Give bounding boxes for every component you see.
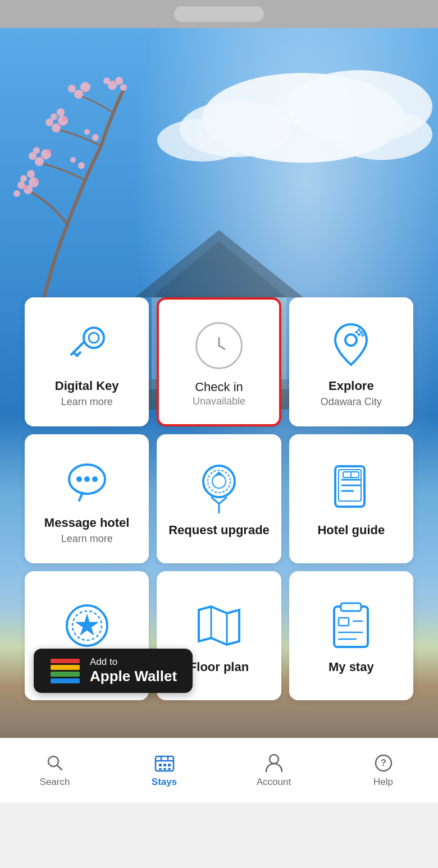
- request-upgrade-tile[interactable]: Request upgrade: [157, 434, 281, 563]
- svg-point-33: [40, 155, 44, 159]
- stays-label: Stays: [152, 777, 177, 788]
- digital-key-subtitle: Learn more: [61, 396, 113, 408]
- hero-section: Digital Key Learn more Check in Unavaila…: [0, 28, 438, 802]
- svg-point-54: [92, 476, 98, 482]
- benefits-icon: [62, 600, 112, 651]
- svg-point-28: [84, 129, 90, 135]
- svg-point-7: [29, 177, 39, 187]
- svg-point-26: [120, 84, 127, 91]
- svg-point-10: [13, 190, 20, 197]
- svg-point-50: [345, 334, 357, 346]
- svg-rect-86: [168, 764, 171, 766]
- help-label: Help: [373, 777, 393, 788]
- explore-subtitle: Odawara City: [321, 396, 382, 408]
- svg-rect-87: [159, 768, 162, 770]
- svg-point-29: [70, 157, 76, 163]
- svg-point-14: [33, 147, 40, 154]
- svg-point-90: [270, 755, 279, 764]
- message-hotel-icon: [62, 456, 112, 507]
- svg-point-9: [27, 170, 35, 178]
- explore-title: Explore: [328, 379, 374, 393]
- svg-rect-74: [339, 618, 349, 626]
- nav-stays[interactable]: Stays: [110, 753, 219, 788]
- bottom-navigation: Search: [0, 738, 438, 802]
- svg-rect-85: [163, 764, 166, 766]
- svg-rect-89: [168, 768, 171, 770]
- nav-help[interactable]: ? Help: [328, 753, 438, 788]
- digital-key-tile[interactable]: Digital Key Learn more: [25, 297, 149, 426]
- svg-marker-69: [76, 614, 98, 635]
- svg-point-32: [35, 179, 39, 182]
- svg-line-47: [77, 352, 80, 356]
- apple-wallet-button[interactable]: Add to Apple Wallet: [34, 649, 193, 693]
- svg-rect-84: [159, 764, 162, 766]
- svg-text:?: ?: [381, 758, 386, 768]
- account-icon: [264, 753, 284, 773]
- search-icon: [45, 753, 65, 773]
- svg-point-27: [92, 134, 99, 141]
- clouds-decoration: [146, 50, 438, 208]
- svg-point-34: [47, 149, 51, 154]
- svg-point-53: [84, 476, 90, 482]
- wallet-add-to-label: Add to: [90, 656, 177, 668]
- hotel-guide-icon: [326, 463, 376, 514]
- account-label: Account: [257, 777, 291, 788]
- svg-point-35: [57, 123, 61, 126]
- check-in-tile[interactable]: Check in Unavailable: [157, 297, 281, 426]
- status-pill: [174, 6, 264, 22]
- feature-grid: Digital Key Learn more Check in Unavaila…: [17, 297, 421, 700]
- wallet-apple-wallet-label: Apple Wallet: [90, 668, 177, 685]
- explore-icon: [326, 319, 376, 370]
- svg-point-8: [20, 175, 27, 182]
- status-bar: [0, 0, 438, 28]
- nav-search[interactable]: Search: [0, 753, 110, 788]
- my-stay-tile[interactable]: My stay: [289, 571, 413, 700]
- request-upgrade-title: Request upgrade: [168, 523, 270, 538]
- svg-point-25: [103, 77, 110, 84]
- floor-plan-title: Floor plan: [189, 660, 249, 674]
- svg-point-21: [68, 85, 76, 93]
- hotel-guide-tile[interactable]: Hotel guide: [289, 434, 413, 563]
- check-in-subtitle: Unavailable: [193, 396, 245, 407]
- svg-point-43: [84, 328, 104, 348]
- svg-line-49: [219, 346, 225, 349]
- svg-point-30: [78, 162, 85, 169]
- wallet-text: Add to Apple Wallet: [90, 656, 177, 685]
- svg-point-37: [81, 89, 85, 93]
- help-icon: ?: [373, 753, 394, 773]
- message-hotel-tile[interactable]: Message hotel Learn more: [25, 434, 149, 563]
- digital-key-icon: [62, 319, 112, 370]
- search-label: Search: [40, 777, 70, 788]
- my-stay-title: My stay: [328, 660, 374, 674]
- nav-account[interactable]: Account: [219, 753, 328, 788]
- wallet-icon: [49, 659, 81, 683]
- svg-point-31: [23, 186, 28, 190]
- svg-rect-88: [163, 768, 166, 770]
- svg-line-79: [57, 765, 62, 770]
- svg-point-57: [212, 475, 226, 488]
- svg-point-18: [51, 113, 57, 120]
- svg-point-52: [76, 476, 82, 482]
- my-stay-icon: [326, 600, 376, 651]
- svg-point-4: [157, 119, 247, 162]
- message-hotel-subtitle: Learn more: [61, 533, 113, 545]
- hotel-guide-title: Hotel guide: [317, 523, 385, 538]
- svg-point-44: [89, 333, 99, 343]
- digital-key-title: Digital Key: [55, 379, 119, 393]
- svg-point-38: [113, 80, 117, 84]
- explore-tile[interactable]: Explore Odawara City: [289, 297, 413, 426]
- svg-rect-73: [341, 603, 361, 611]
- request-upgrade-icon: [194, 463, 244, 514]
- svg-rect-72: [334, 607, 368, 647]
- svg-point-36: [62, 117, 67, 121]
- stays-icon: [154, 753, 175, 773]
- floor-plan-icon: [194, 600, 244, 651]
- svg-point-19: [57, 108, 65, 116]
- check-in-icon: [194, 320, 244, 371]
- svg-point-3: [331, 109, 432, 160]
- message-hotel-title: Message hotel: [44, 516, 130, 530]
- check-in-title: Check in: [195, 380, 243, 394]
